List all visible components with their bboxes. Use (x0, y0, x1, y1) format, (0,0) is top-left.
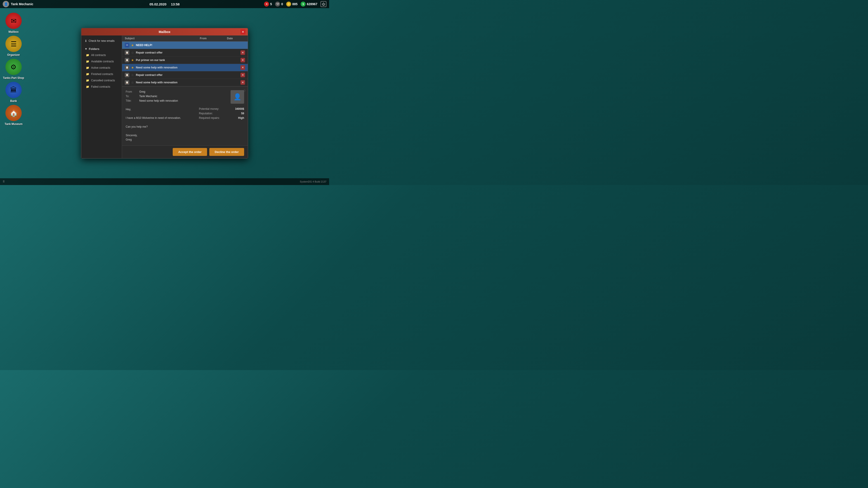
reputation-value: 59 (241, 112, 244, 115)
zero-count: 0 (281, 2, 283, 6)
meta-from-row: From Greg (126, 90, 226, 93)
email-actions: Accept the order Decline the order (122, 145, 248, 158)
stat-money-row: Potential money: 34000$ (199, 107, 244, 110)
email-subject: NEED HELP! (136, 43, 245, 47)
email-panel: Subject From Date ✉ ★ NEED HELP! 📋 ☆ (122, 35, 248, 158)
required-repairs-value: High (238, 116, 244, 120)
power-button[interactable]: ⏻ (320, 1, 327, 7)
email-type-icon: 📋 (125, 51, 129, 55)
coins-count: 885 (292, 2, 298, 6)
error-count-badge: ✕ 5 (264, 2, 272, 6)
meta-to-label: To: (126, 95, 137, 98)
folder-icon: 📁 (86, 66, 89, 69)
body-line1: I have a M10 Wolverine in need of renova… (126, 116, 194, 120)
money-count: 628967 (307, 2, 317, 6)
email-type-icon: 📋 (125, 80, 129, 85)
email-subject: Put primer on our tank (136, 59, 239, 62)
modal-body: ⬇ Check for new emails ▼ Folders 📁 All c… (81, 35, 248, 158)
email-list: ✉ ★ NEED HELP! 📋 ☆ Repair contract offer… (122, 41, 248, 86)
email-delete-button[interactable]: ✕ (241, 73, 245, 77)
body-signature: Greg (126, 138, 194, 142)
star-icon[interactable]: ☆ (131, 80, 134, 84)
header-date: Date (227, 37, 245, 40)
email-delete-button[interactable]: ✕ (241, 58, 245, 62)
header-subject: Subject (125, 37, 200, 40)
email-delete-button[interactable]: ✕ (241, 80, 245, 85)
email-text: Hey, I have a M10 Wolverine in need of r… (126, 107, 194, 142)
coins-badge: 🪙 885 (286, 2, 298, 6)
modal-close-button[interactable]: ✕ (241, 29, 246, 34)
star-icon[interactable]: ★ (131, 43, 134, 47)
email-list-header: Subject From Date (122, 35, 248, 41)
stat-reputation-row: Reputation: 59 (199, 112, 244, 115)
potential-money-value: 34000$ (235, 107, 244, 110)
folder-available-contracts[interactable]: 📁 Available contracts (81, 58, 122, 65)
email-type-icon: 📋 (125, 58, 129, 62)
list-item[interactable]: ✉ ★ NEED HELP! (122, 41, 248, 49)
star-icon[interactable]: ★ (131, 66, 134, 69)
coin-icon: 🪙 (286, 2, 291, 6)
folder-icon: 📁 (86, 79, 89, 82)
folders-panel: ⬇ Check for new emails ▼ Folders 📁 All c… (81, 35, 122, 158)
modal-title: Mailbox (159, 30, 170, 34)
topbar-stats: ✕ 5 🛡 0 🪙 885 $ 628967 ⏻ (264, 1, 327, 7)
bottombar: ⠿ SystemDG 4 Build 2137 (0, 178, 329, 185)
email-content: From Greg To: Tank Mechanic Title: Need … (122, 86, 248, 146)
folders-header: ▼ Folders (81, 46, 122, 52)
folder-active-contracts[interactable]: 📁 Active contracts (81, 65, 122, 71)
meta-title-value: Need some help with renovation (139, 99, 178, 102)
email-type-icon: 📋 (125, 65, 129, 70)
email-stats: Potential money: 34000$ Reputation: 59 R… (199, 107, 244, 142)
star-icon[interactable]: ☆ (131, 51, 134, 55)
list-item[interactable]: 📋 ★ Put primer on our tank ✕ (122, 57, 248, 64)
email-star-icon[interactable]: ☆ (243, 88, 246, 93)
star-icon[interactable]: ★ (131, 58, 134, 62)
body-greeting: Hey, (126, 107, 194, 111)
list-item[interactable]: 📋 ☆ Repair contract offer ✕ (122, 49, 248, 57)
error-icon: ✕ (264, 2, 269, 6)
email-subject: Need some help with renovation (136, 81, 239, 84)
star-icon[interactable]: ☆ (131, 73, 134, 77)
reputation-label: Reputation: (199, 112, 213, 115)
body-line2: Can you help me? (126, 125, 194, 129)
email-body: Hey, I have a M10 Wolverine in need of r… (126, 107, 244, 142)
header-from: From (200, 37, 227, 40)
email-subject: Repair contract offer (136, 73, 239, 76)
list-item[interactable]: 📋 ★ Need some help with renovation ✕ (122, 64, 248, 71)
topbar-datetime: 05.02.2020 13:58 (149, 2, 180, 6)
check-emails-button[interactable]: ⬇ Check for new emails (81, 38, 122, 44)
email-subject: Repair contract offer (136, 51, 239, 54)
shield-icon: 🛡 (275, 2, 280, 6)
time-display: 13:58 (171, 2, 180, 6)
meta-title-row: Title: Need some help with renovation (126, 99, 226, 102)
error-count: 5 (270, 2, 272, 6)
chevron-down-icon: ▼ (85, 47, 88, 51)
topbar: 👤 Tank Mechanic 05.02.2020 13:58 ✕ 5 🛡 0… (0, 0, 329, 8)
list-item[interactable]: 📋 ☆ Need some help with renovation ✕ (122, 79, 248, 86)
folder-cancelled-contracts[interactable]: 📁 Cancelled contracts (81, 77, 122, 84)
email-delete-button[interactable]: ✕ (241, 51, 245, 55)
folder-icon: 📁 (86, 85, 89, 88)
player-name: Tank Mechanic (11, 2, 33, 6)
folder-icon: 📁 (86, 54, 89, 57)
email-delete-button[interactable]: ✕ (241, 65, 245, 70)
meta-title-label: Title: (126, 99, 137, 102)
folder-failed-contracts[interactable]: 📁 Failed contracts (81, 84, 122, 90)
folder-all-contracts[interactable]: 📁 All contracts (81, 52, 122, 58)
decline-order-button[interactable]: Decline the order (209, 148, 244, 156)
list-item[interactable]: 📋 ☆ Repair contract offer ✕ (122, 71, 248, 79)
email-type-icon: 📋 (125, 73, 129, 77)
mailbox-modal: Mailbox ✕ ⬇ Check for new emails ▼ Folde… (81, 28, 248, 159)
folder-finished-contracts[interactable]: 📁 Finished contracts (81, 71, 122, 77)
stat-repairs-row: Required repairs: High (199, 116, 244, 120)
folder-icon: 📁 (86, 72, 89, 76)
money-badge: $ 628967 (301, 2, 317, 6)
email-subject: Need some help with renovation (136, 66, 239, 69)
accept-order-button[interactable]: Accept the order (173, 148, 207, 156)
modal-titlebar: Mailbox ✕ (81, 28, 248, 35)
player-avatar: 👤 (3, 1, 9, 7)
money-icon: $ (301, 2, 306, 6)
required-repairs-label: Required repairs: (199, 116, 220, 120)
date-display: 05.02.2020 (149, 2, 166, 6)
body-closing: Sincerely, (126, 133, 194, 138)
